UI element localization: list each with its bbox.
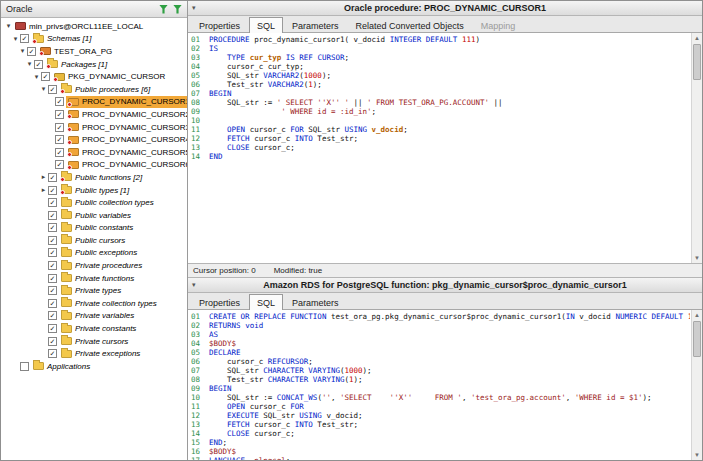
tree-item-proc-dynamic-cursor6[interactable]: ✓PROC_DYNAMIC_CURSOR6	[1, 159, 187, 172]
line-number: 08	[191, 98, 203, 107]
tree-checkbox[interactable]: ✓	[55, 97, 64, 106]
tree-checkbox[interactable]: ✓	[41, 72, 50, 81]
oracle-tab-related-converted-objects[interactable]: Related Converted Objects	[348, 18, 472, 32]
expand-down-icon[interactable]: ▾	[11, 35, 20, 43]
tree-item-public-functions-2-[interactable]: ▸✓Public functions [2]	[1, 171, 187, 184]
expand-down-icon[interactable]: ▾	[25, 60, 34, 68]
tree-checkbox[interactable]: ✓	[27, 47, 36, 56]
expand-down-icon[interactable]: ▾	[39, 85, 48, 93]
tree-node: Private constants	[59, 323, 138, 335]
tree-filter-icon[interactable]	[173, 5, 182, 14]
tree-checkbox[interactable]: ✓	[48, 186, 57, 195]
tree-checkbox[interactable]: ✓	[48, 274, 57, 283]
tree-item-private-procedures[interactable]: ✓Private procedures	[1, 259, 187, 272]
tree-item-public-types-1-[interactable]: ▸✓Public types [1]	[1, 184, 187, 197]
expand-down-icon[interactable]: ▾	[32, 73, 41, 81]
line-number: 11	[191, 402, 203, 411]
tree-item-test-ora-pg[interactable]: ▾✓TEST_ORA_PG	[1, 45, 187, 58]
scroll-down-icon[interactable]: ▼	[692, 450, 702, 460]
tree-checkbox[interactable]: ✓	[34, 60, 43, 69]
code-line: 05DECLARE	[191, 348, 690, 357]
tree-checkbox[interactable]: ✓	[48, 261, 57, 270]
code-text: $BODY$	[209, 339, 236, 348]
tree-checkbox[interactable]: ✓	[20, 34, 29, 43]
tree-item-schemas-1-[interactable]: ▾✓Schemas [1]	[1, 33, 187, 46]
vertical-scrollbar[interactable]: ▲ ▼	[691, 310, 702, 460]
scroll-thumb[interactable]	[693, 321, 701, 357]
oracle-tab-parameters[interactable]: Parameters	[284, 18, 347, 32]
code-line: 02RETURNS void	[191, 321, 690, 330]
tree-item-packages-1-[interactable]: ▾✓Packages [1]	[1, 58, 187, 71]
tree-checkbox[interactable]: ✓	[48, 85, 57, 94]
oracle-sql-editor[interactable]: 01PROCEDURE proc_dynamic_cursor1( v_doci…	[188, 33, 702, 263]
code-line: 13 FETCH cursor_c INTO Test_str;	[191, 420, 690, 429]
tree-item-proc-dynamic-cursor3[interactable]: ✓PROC_DYNAMIC_CURSOR3	[1, 121, 187, 134]
tree-item-public-constants[interactable]: ✓Public constants	[1, 222, 187, 235]
tree-item-private-cursors[interactable]: ✓Private cursors	[1, 335, 187, 348]
postgres-tab-properties[interactable]: Properties	[191, 295, 248, 309]
line-number: 03	[191, 330, 203, 339]
oracle-tab-sql[interactable]: SQL	[249, 17, 283, 33]
tree-checkbox[interactable]: ✓	[48, 211, 57, 220]
tree-item-min-privs-orcl11ee-local[interactable]: ▾min_privs@ORCL11EE_LOCAL	[1, 20, 187, 33]
tree-item-public-procedures-6-[interactable]: ▾✓Public procedures [6]	[1, 83, 187, 96]
expand-right-icon[interactable]: ▸	[39, 173, 48, 181]
postgres-sql-editor[interactable]: 01CREATE OR REPLACE FUNCTION test_ora_pg…	[188, 310, 702, 460]
tree-checkbox[interactable]: ✓	[55, 110, 64, 119]
scroll-thumb[interactable]	[693, 44, 701, 80]
postgres-tab-sql[interactable]: SQL	[249, 294, 283, 310]
tree-checkbox[interactable]: ✓	[48, 311, 57, 320]
tree-item-proc-dynamic-cursor5[interactable]: ✓PROC_DYNAMIC_CURSOR5	[1, 146, 187, 159]
tree-item-private-functions[interactable]: ✓Private functions	[1, 272, 187, 285]
line-number: 04	[191, 62, 203, 71]
tree-checkbox[interactable]: ✓	[48, 198, 57, 207]
tree-checkbox[interactable]: ✓	[48, 223, 57, 232]
expand-down-icon[interactable]: ▾	[4, 22, 13, 30]
tree-checkbox[interactable]: ✓	[48, 286, 57, 295]
folder-icon	[33, 35, 44, 43]
tree-checkbox[interactable]: ✓	[55, 135, 64, 144]
expand-right-icon[interactable]: ▸	[39, 186, 48, 194]
tree-item-public-variables[interactable]: ✓Public variables	[1, 209, 187, 222]
tree-checkbox[interactable]: ✓	[48, 324, 57, 333]
folder-icon	[61, 85, 72, 93]
tree-item-private-variables[interactable]: ✓Private variables	[1, 310, 187, 323]
tree-checkbox[interactable]: ✓	[55, 148, 64, 157]
tree-checkbox[interactable]: ✓	[48, 236, 57, 245]
tree-checkbox[interactable]: ✓	[55, 123, 64, 132]
tree-checkbox[interactable]: ✓	[48, 248, 57, 257]
vertical-scrollbar[interactable]: ▲ ▼	[691, 33, 702, 263]
tree-item-proc-dynamic-cursor1[interactable]: ✓PROC_DYNAMIC_CURSOR1	[1, 96, 187, 109]
tree-checkbox[interactable]: ✓	[48, 173, 57, 182]
expand-down-icon[interactable]: ▾	[18, 47, 27, 55]
tree-item-private-exceptions[interactable]: ✓Private exceptions	[1, 347, 187, 360]
code-line: 13 CLOSE cursor_c;	[191, 143, 690, 152]
tree-checkbox[interactable]: ✓	[55, 160, 64, 169]
oracle-tab-properties[interactable]: Properties	[191, 18, 248, 32]
tree-item-public-cursors[interactable]: ✓Public cursors	[1, 234, 187, 247]
tree-item-proc-dynamic-cursor2[interactable]: ✓PROC_DYNAMIC_CURSOR2	[1, 108, 187, 121]
tree-item-private-collection-types[interactable]: ✓Private collection types	[1, 297, 187, 310]
tree-item-public-collection-types[interactable]: ✓Public collection types	[1, 196, 187, 209]
tree-item-private-constants[interactable]: ✓Private constants	[1, 322, 187, 335]
folder-icon	[61, 236, 72, 244]
postgres-tabbar: PropertiesSQLParameters	[188, 293, 702, 310]
tree-checkbox[interactable]	[20, 362, 29, 371]
tree-item-proc-dynamic-cursor4[interactable]: ✓PROC_DYNAMIC_CURSOR4	[1, 133, 187, 146]
scroll-down-icon[interactable]: ▼	[692, 253, 702, 263]
postgres-tab-parameters[interactable]: Parameters	[284, 295, 347, 309]
tree-item-private-types[interactable]: ✓Private types	[1, 284, 187, 297]
tree-checkbox[interactable]: ✓	[48, 349, 57, 358]
tree-item-pkg-dynamic-cursor[interactable]: ▾✓PKG_DYNAMIC_CURSOR	[1, 70, 187, 83]
collapse-panel-icon[interactable]: ▾	[192, 281, 196, 289]
tree-item-public-exceptions[interactable]: ✓Public exceptions	[1, 247, 187, 260]
scroll-up-icon[interactable]: ▲	[692, 33, 702, 43]
tree-item-applications[interactable]: Applications	[1, 360, 187, 373]
tree-checkbox[interactable]: ✓	[48, 299, 57, 308]
tree-node: Private procedures	[59, 260, 144, 272]
collapse-panel-icon[interactable]: ▾	[192, 4, 196, 12]
filter-icon[interactable]	[159, 5, 168, 14]
scroll-up-icon[interactable]: ▲	[692, 310, 702, 320]
folder-icon	[33, 362, 44, 370]
tree-checkbox[interactable]: ✓	[48, 337, 57, 346]
